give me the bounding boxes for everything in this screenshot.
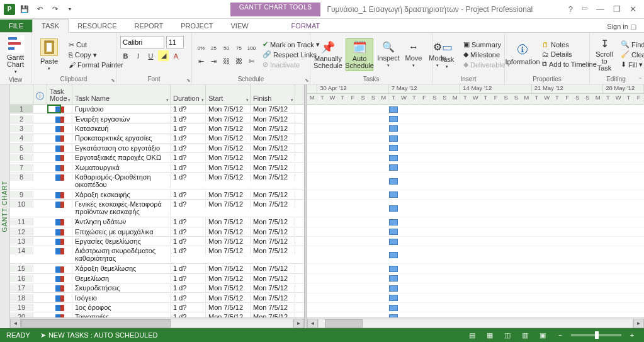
row-duration[interactable]: 1 d? xyxy=(171,154,206,161)
row-start[interactable]: Mon 7/5/12 xyxy=(206,105,251,113)
view-gantt-icon[interactable]: ▤ xyxy=(465,329,479,341)
row-start[interactable]: Mon 7/5/12 xyxy=(206,265,251,272)
row-start[interactable]: Mon 7/5/12 xyxy=(206,154,251,161)
col-duration[interactable]: Duration▾ xyxy=(171,84,206,104)
row-mode[interactable] xyxy=(47,313,72,317)
mark-on-track-button[interactable]: ✔Mark on Track ▾ xyxy=(261,40,322,49)
row-duration[interactable]: 1 d? xyxy=(171,115,206,123)
gantt-row[interactable] xyxy=(307,190,644,200)
table-row[interactable]: 5Εγκατάσταση στο εργοτάξιο1 d?Mon 7/5/12… xyxy=(10,144,304,153)
row-id[interactable]: 16 xyxy=(10,275,33,282)
row-start[interactable]: Mon 7/5/12 xyxy=(206,237,251,245)
row-id[interactable]: 12 xyxy=(10,228,33,236)
clear-button[interactable]: 🧹Clear ▾ xyxy=(619,50,644,59)
gantt-bar[interactable] xyxy=(389,178,397,185)
row-finish[interactable]: Mon 7/5/12 xyxy=(251,228,295,236)
row-finish[interactable]: Mon 7/5/12 xyxy=(251,284,295,292)
gantt-scroll-right-icon[interactable]: ► xyxy=(633,319,644,328)
table-hscroll[interactable]: ◄ ► xyxy=(10,317,304,328)
row-id[interactable]: 11 xyxy=(10,218,33,225)
row-mode[interactable] xyxy=(47,134,72,142)
row-id[interactable]: 2 xyxy=(10,115,33,123)
gantt-bar[interactable] xyxy=(389,239,397,245)
gantt-bar[interactable] xyxy=(389,252,397,258)
table-row[interactable]: 11Άντληση υδάτων1 d?Mon 7/5/12Mon 7/5/12 xyxy=(10,217,304,227)
row-id[interactable]: 19 xyxy=(10,304,33,311)
ribbon-display-icon[interactable]: ▭ xyxy=(582,4,587,14)
gantt-bar[interactable] xyxy=(389,125,397,132)
row-name[interactable]: Χάραξη εκσκαφής xyxy=(72,191,171,198)
scroll-left-icon[interactable]: ◄ xyxy=(10,319,21,328)
row-mode[interactable] xyxy=(47,200,72,208)
find-button[interactable]: 🔍Find ▾ xyxy=(619,40,644,49)
row-finish[interactable]: Mon 7/5/12 xyxy=(251,237,295,245)
gantt-bar[interactable] xyxy=(389,145,397,151)
view-resource-sheet-icon[interactable]: ▥ xyxy=(518,329,532,341)
row-duration[interactable]: 1 d? xyxy=(171,237,206,245)
undo-icon[interactable]: ↶ xyxy=(34,4,45,15)
gantt-bar[interactable] xyxy=(389,135,397,142)
row-start[interactable]: Mon 7/5/12 xyxy=(206,115,251,123)
gantt-bar[interactable] xyxy=(389,285,397,292)
row-duration[interactable]: 1 d? xyxy=(171,284,206,292)
row-start[interactable]: Mon 7/5/12 xyxy=(206,304,251,311)
row-start[interactable]: Mon 7/5/12 xyxy=(206,284,251,292)
table-row[interactable]: 13Εργασίες θεμελίωσης1 d?Mon 7/5/12Mon 7… xyxy=(10,237,304,246)
font-launcher-icon[interactable]: ⬊ xyxy=(186,77,191,83)
help-icon[interactable]: ? xyxy=(568,4,573,14)
row-duration[interactable]: 1 d? xyxy=(171,105,206,113)
zoom-in-icon[interactable]: + xyxy=(625,329,639,341)
table-row[interactable]: 12Επιχώσεις με αμμοχάλικα1 d?Mon 7/5/12M… xyxy=(10,227,304,237)
indent-button[interactable]: ⇥ xyxy=(208,56,219,67)
gantt-bar[interactable] xyxy=(389,219,397,225)
minimize-icon[interactable]: — xyxy=(596,4,604,14)
row-duration[interactable]: 1 d? xyxy=(171,304,206,311)
respect-links-button[interactable]: 🔗Respect Links xyxy=(261,50,322,59)
row-name[interactable]: Διάστρωση σκυροδέματος καθαριότητας xyxy=(72,247,171,262)
table-row[interactable]: 3Κατασκευή1 d?Mon 7/5/12Mon 7/5/12 xyxy=(10,124,304,134)
row-mode[interactable] xyxy=(47,247,72,254)
close-icon[interactable]: ✕ xyxy=(630,4,636,14)
gantt-row[interactable] xyxy=(307,105,644,114)
row-duration[interactable]: 1 d? xyxy=(171,294,206,302)
row-mode[interactable] xyxy=(47,265,72,272)
row-id[interactable]: 18 xyxy=(10,294,33,302)
row-name[interactable]: Γενικές εκσκαφές-Μεταφορά προϊόντων εκσκ… xyxy=(72,200,171,215)
row-name[interactable]: Έναρξη εργασιών xyxy=(72,115,171,123)
col-start[interactable]: Start▾ xyxy=(206,84,251,104)
row-mode[interactable] xyxy=(47,154,72,161)
row-mode[interactable] xyxy=(47,237,72,245)
view-team-planner-icon[interactable]: ◫ xyxy=(500,329,514,341)
gantt-hscroll[interactable]: ◄ ► xyxy=(307,317,644,328)
pct-50-button[interactable]: 50 xyxy=(221,43,232,54)
row-name[interactable]: Χωματουργικά xyxy=(72,164,171,171)
row-finish[interactable]: Mon 7/5/12 xyxy=(251,144,295,152)
qat-customise-icon[interactable]: ▾ xyxy=(64,4,76,15)
row-start[interactable]: Mon 7/5/12 xyxy=(206,191,251,198)
gantt-row[interactable] xyxy=(307,114,644,123)
col-indicators[interactable]: ⓘ xyxy=(33,84,47,104)
font-name-select[interactable] xyxy=(120,36,164,48)
row-duration[interactable]: 1 d? xyxy=(171,228,206,236)
row-name[interactable]: Εργασίες θεμελίωσης xyxy=(72,237,171,245)
row-mode[interactable] xyxy=(47,191,72,198)
gantt-bar[interactable] xyxy=(389,106,397,113)
table-row[interactable]: 6Εργοταξιακές παροχές ΟΚΩ1 d?Mon 7/5/12M… xyxy=(10,153,304,162)
unlink-button[interactable]: ⛓̸ xyxy=(234,56,244,67)
view-task-usage-icon[interactable]: ▦ xyxy=(483,329,497,341)
table-row[interactable]: 9Χάραξη εκσκαφής1 d?Mon 7/5/12Mon 7/5/12 xyxy=(10,190,304,200)
information-button[interactable]: 🛈 Information xyxy=(509,42,536,67)
row-name[interactable]: Ισόγειο xyxy=(72,294,171,302)
tab-resource[interactable]: RESOURCE xyxy=(69,20,125,32)
row-start[interactable]: Mon 7/5/12 xyxy=(206,218,251,225)
row-mode[interactable] xyxy=(47,284,72,292)
gantt-bar[interactable] xyxy=(389,164,397,171)
collapse-ribbon-icon[interactable]: ˆ xyxy=(639,77,641,84)
row-mode[interactable] xyxy=(47,163,72,171)
row-duration[interactable]: 1 d? xyxy=(171,134,206,142)
row-finish[interactable]: Mon 7/5/12 xyxy=(251,191,295,198)
row-id[interactable]: 7 xyxy=(10,164,33,171)
gantt-row[interactable] xyxy=(307,312,644,317)
row-start[interactable]: Mon 7/5/12 xyxy=(206,247,251,254)
row-mode[interactable] xyxy=(47,218,72,225)
